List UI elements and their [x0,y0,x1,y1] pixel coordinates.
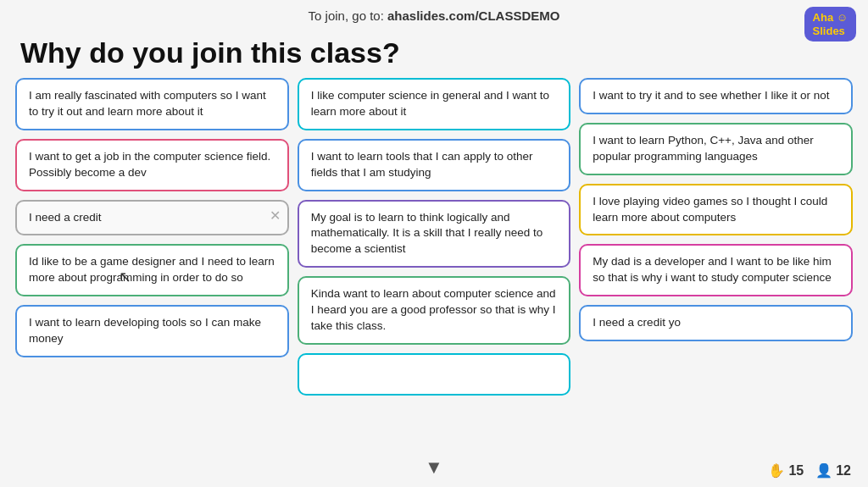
card-video-games: I love playing video games so I thought … [579,184,853,236]
card-text: I want to get a job in the computer scie… [29,150,270,179]
card-fascinated: I am really fascinated with computers so… [15,78,289,130]
bottom-stats: ✋ 15 👤 12 [768,462,851,479]
card-developing-tools: I want to learn developing tools so I ca… [15,305,289,357]
card-text: I want to learn developing tools so I ca… [29,316,261,345]
card-text: I want to try it and to see whether I li… [593,89,829,102]
close-icon[interactable]: ✕ [270,207,281,225]
card-dad-developer: My dad is a developer and I want to be l… [579,244,853,296]
card-job: I want to get a job in the computer scie… [15,139,289,191]
page-title: Why do you join this class? [0,28,868,78]
join-url: ahaslides.com/CLASSDEMO [387,8,559,23]
column-2: I like computer science in general and I… [298,78,571,442]
card-text: My dad is a developer and I want to be l… [593,255,831,284]
card-text: I need a credit yo [593,316,681,329]
card-credit-yo: I need a credit yo [579,305,853,341]
card-game-designer: Id like to be a game designer and I need… [15,244,289,296]
aha-logo: Aha ☺ Slides [804,7,856,42]
logo-line2: Slides [813,25,845,37]
card-other-fields: I want to learn tools that I can apply t… [298,139,571,191]
column-3: I want to try it and to see whether I li… [579,78,853,442]
chevron-down-icon[interactable]: ▼ [425,457,443,479]
logo-line1: Aha ☺ [813,11,848,24]
card-python: I want to learn Python, C++, Java and ot… [579,123,853,175]
card-text: I love playing video games so I thought … [593,195,827,224]
card-text: I want to learn tools that I can apply t… [311,150,533,179]
card-text: I need a credit [29,211,102,224]
card-text: I like computer science in general and I… [311,89,549,118]
card-text: My goal is to learn to think logically a… [311,211,543,256]
hand-raise-stat: ✋ 15 [768,462,804,479]
column-1: I am really fascinated with computers so… [15,78,289,442]
bottom-bar: ▼ [0,457,868,479]
card-cs-general: I like computer science in general and I… [298,78,571,130]
person-count: 12 [836,463,851,479]
cards-grid: I am really fascinated with computers so… [0,78,868,442]
card-logically: My goal is to learn to think logically a… [298,200,571,268]
hand-icon: ✋ [768,462,785,479]
card-try-it: I want to try it and to see whether I li… [579,78,853,114]
card-partial [298,353,571,396]
hand-count: 15 [788,463,804,479]
participant-stat: 👤 12 [815,462,851,479]
card-text: I am really fascinated with computers so… [29,89,266,118]
card-text: I want to learn Python, C++, Java and ot… [593,134,813,163]
card-text: Kinda want to learn about computer scien… [311,287,556,332]
top-bar: To join, go to: ahaslides.com/CLASSDEMO [0,0,868,28]
card-text: Id like to be a game designer and I need… [29,255,275,284]
person-icon: 👤 [815,462,832,479]
join-text: To join, go to: [309,8,387,23]
logo-emoji: ☺ [837,11,848,24]
card-professor: Kinda want to learn about computer scien… [298,276,571,345]
card-credit: I need a credit ✕ [15,200,289,236]
